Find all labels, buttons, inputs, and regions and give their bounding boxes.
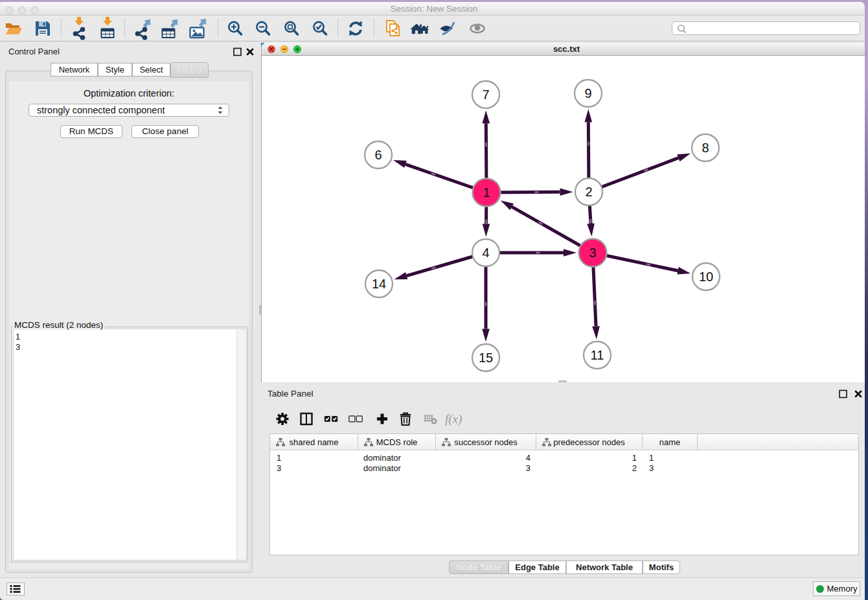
svg-text:10: 10 — [699, 270, 713, 284]
svg-text:14: 14 — [372, 277, 386, 291]
svg-text:3: 3 — [589, 246, 596, 260]
svg-text:2: 2 — [585, 185, 592, 199]
svg-text:9: 9 — [584, 86, 591, 100]
svg-text:6: 6 — [374, 148, 382, 162]
svg-text:7: 7 — [482, 87, 489, 102]
svg-text:15: 15 — [479, 351, 493, 365]
svg-text:8: 8 — [702, 141, 709, 155]
svg-text:11: 11 — [591, 348, 604, 362]
svg-text:4: 4 — [482, 246, 489, 260]
svg-text:1: 1 — [483, 185, 490, 200]
svg-text:f(x): f(x) — [445, 412, 462, 426]
